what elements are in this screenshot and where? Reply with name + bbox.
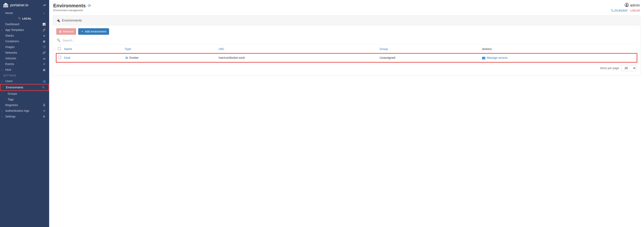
- sidebar-item-home[interactable]: Home ⌂: [0, 10, 49, 16]
- sidebar-item-label: Registries: [5, 103, 18, 107]
- list-icon: ≣: [42, 34, 46, 37]
- sidebar-item-label: Tags: [8, 98, 14, 101]
- docker-icon: 🐳: [125, 56, 128, 59]
- tachometer-icon: 📊: [42, 23, 46, 26]
- add-environment-button[interactable]: ＋ Add environment: [78, 28, 109, 35]
- th-icon: ▦: [42, 68, 46, 71]
- chevron-right-icon: ›: [2, 110, 2, 112]
- sidebar-item-stacks[interactable]: Stacks ≣: [0, 33, 49, 38]
- log-out-link[interactable]: ↪ log out: [630, 9, 640, 12]
- sidebar-item-auth-logs[interactable]: Authentication logs ↺: [0, 108, 49, 114]
- sidebar-item-label: Events: [5, 62, 14, 66]
- refresh-icon[interactable]: ⟳: [88, 3, 91, 8]
- sidebar-item-label: Images: [5, 45, 14, 49]
- history-icon: ↺: [42, 109, 46, 112]
- chevron-right-icon: ›: [2, 69, 2, 71]
- sidebar-item-label: Users: [5, 79, 13, 83]
- sidebar-item-dashboard[interactable]: Dashboard 📊: [0, 21, 49, 27]
- environments-table: Name Type URL Group Actions local 🐳: [56, 45, 637, 62]
- hdd-icon: 🖴: [42, 57, 46, 60]
- sign-out-icon: ↪: [630, 9, 632, 11]
- table-row: local 🐳Docker /var/run/docker.sock Unass…: [56, 54, 637, 62]
- sidebar-item-events[interactable]: Events ↺: [0, 61, 49, 67]
- sidebar-item-label: Groups: [8, 92, 17, 95]
- select-all-checkbox[interactable]: [58, 47, 61, 50]
- brand-logo[interactable]: portainer.io: [2, 3, 28, 8]
- sidebar-collapse-icon[interactable]: ⇄: [43, 3, 46, 7]
- sidebar-item-label: Containers: [5, 40, 19, 43]
- home-icon: ⌂: [42, 12, 46, 15]
- sidebar-item-volumes[interactable]: Volumes 🖴: [0, 56, 49, 61]
- sidebar-item-label: Environments: [6, 86, 23, 89]
- chevron-right-icon: ›: [2, 80, 2, 82]
- plug-icon: 🔌: [56, 19, 60, 22]
- environment-type: Docker: [129, 56, 139, 59]
- users-icon: 👥: [42, 80, 46, 83]
- page-subtitle: Environment management: [53, 9, 91, 12]
- sitemap-icon: 🔗: [42, 51, 46, 54]
- user-circle-icon: [625, 3, 629, 8]
- sidebar-item-networks[interactable]: Networks 🔗: [0, 50, 49, 56]
- sidebar-item-host[interactable]: Host ▦: [0, 67, 49, 73]
- database-icon: 🗄: [42, 104, 46, 107]
- username: admin: [630, 3, 640, 8]
- chevron-right-icon: ›: [2, 115, 2, 118]
- plug-icon: 🔌: [42, 86, 45, 89]
- sidebar-item-environments[interactable]: Environments 🔌: [0, 85, 48, 90]
- main-content: Environments ⟳ Environment management ad…: [49, 0, 644, 227]
- plus-circle-icon: ＋: [81, 30, 84, 33]
- sidebar-item-groups[interactable]: Groups: [0, 91, 49, 97]
- environment-name-link[interactable]: local: [64, 56, 70, 59]
- column-actions: Actions: [480, 45, 637, 54]
- sidebar-item-containers[interactable]: Containers ▦: [0, 38, 49, 44]
- search-input[interactable]: [62, 39, 636, 42]
- plug-icon: 🔌: [18, 17, 21, 20]
- sidebar-local-header: 🔌 LOCAL: [0, 16, 49, 21]
- column-type[interactable]: Type: [123, 45, 217, 54]
- sidebar: portainer.io ⇄ Home ⌂ 🔌 LOCAL Dashboard …: [0, 0, 49, 227]
- sidebar-item-tags[interactable]: Tags: [0, 97, 49, 102]
- sidebar-item-label: Networks: [5, 51, 17, 54]
- svg-point-1: [626, 4, 627, 5]
- sidebar-item-label: Home: [5, 11, 13, 15]
- users-icon: 👥: [482, 56, 486, 60]
- sidebar-item-app-templates[interactable]: App Templates 🚀: [0, 27, 49, 33]
- sidebar-item-label: Volumes: [5, 57, 16, 60]
- search-icon: 🔍: [57, 38, 60, 42]
- column-group[interactable]: Group: [378, 45, 480, 54]
- my-account-link[interactable]: 🔧 my account: [611, 9, 627, 12]
- panel-title: Environments: [62, 19, 82, 22]
- cogs-icon: ⚙: [42, 115, 46, 118]
- environments-panel: 🔌 Environments 🗑 Remove ＋ Add environmen…: [53, 16, 640, 76]
- history-icon: ↺: [42, 63, 46, 66]
- trash-icon: 🗑: [59, 30, 62, 33]
- rocket-icon: 🚀: [42, 29, 46, 32]
- row-checkbox[interactable]: [58, 56, 61, 59]
- page-title: Environments: [53, 3, 86, 9]
- environment-url: /var/run/docker.sock: [217, 54, 378, 62]
- sidebar-item-label: App Templates: [5, 28, 24, 32]
- environment-group: Unassigned: [378, 54, 480, 62]
- sidebar-item-label: Authentication logs: [5, 109, 29, 112]
- sidebar-item-users[interactable]: Users 👥: [0, 78, 49, 84]
- portainer-logo-icon: [2, 3, 9, 8]
- chevron-down-icon: ˅: [2, 86, 4, 89]
- sidebar-item-label: Host: [5, 68, 11, 71]
- column-name[interactable]: Name: [62, 45, 123, 54]
- cubes-icon: ▦: [42, 40, 46, 43]
- sidebar-item-images[interactable]: Images ❐: [0, 44, 49, 50]
- remove-button[interactable]: 🗑 Remove: [56, 28, 76, 35]
- column-url[interactable]: URL: [217, 45, 378, 54]
- chevron-right-icon: ›: [2, 29, 2, 31]
- items-per-page-label: Items per page: [600, 67, 619, 70]
- brand-text: portainer.io: [10, 3, 28, 7]
- sidebar-item-label: Stacks: [5, 34, 14, 37]
- wrench-icon: 🔧: [611, 9, 614, 11]
- sidebar-settings-heading: SETTINGS: [0, 73, 49, 78]
- clone-icon: ❐: [42, 46, 46, 49]
- panel-header: 🔌 Environments: [53, 16, 640, 25]
- manage-access-link[interactable]: 👥 Manage access: [482, 56, 508, 60]
- sidebar-item-registries[interactable]: Registries 🗄: [0, 102, 49, 108]
- sidebar-item-settings[interactable]: Settings ⚙: [0, 114, 49, 119]
- items-per-page-select[interactable]: 10: [622, 65, 636, 71]
